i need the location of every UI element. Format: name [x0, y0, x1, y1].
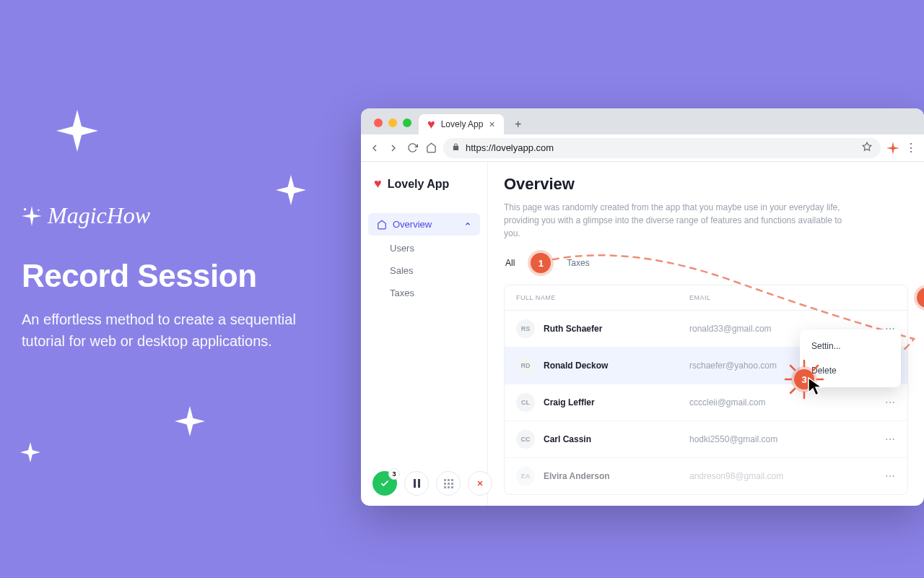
close-window-button[interactable] [374, 118, 383, 127]
avatar: EA [516, 467, 535, 486]
browser-toolbar: https://lovelyapp.com ⋮ [361, 134, 924, 162]
user-name: Craig Leffler [544, 397, 595, 407]
brand-logo: MagicHow [22, 202, 332, 229]
reload-button[interactable] [406, 142, 419, 155]
grid-button[interactable] [436, 471, 461, 496]
column-email: EMAIL [689, 294, 867, 301]
bookmark-star-icon[interactable] [862, 142, 872, 154]
sparkle-icon [22, 206, 42, 226]
tab-title: Lovely App [441, 119, 484, 129]
home-icon [377, 220, 387, 230]
user-name: Ronald Deckow [544, 361, 608, 371]
column-full-name: FULL NAME [516, 294, 689, 301]
lock-icon [452, 143, 460, 153]
browser-tab-strip: ♥ Lovely App × + [361, 108, 924, 134]
user-name: Elvira Anderson [544, 471, 610, 481]
avatar: RS [516, 319, 535, 338]
address-bar[interactable]: https://lovelyapp.com [443, 138, 881, 158]
user-name: Ruth Schaefer [544, 324, 602, 334]
close-tab-button[interactable]: × [489, 118, 494, 130]
cancel-button[interactable] [468, 471, 492, 496]
page-description: This page was randomly created from the … [504, 201, 843, 240]
brand-name: MagicHow [48, 202, 150, 229]
extension-icon[interactable] [886, 142, 899, 155]
sparkle-icon [175, 406, 205, 436]
sidebar-item-users[interactable]: Users [368, 237, 480, 259]
browser-tab[interactable]: ♥ Lovely App × [419, 114, 504, 134]
sidebar-item-overview[interactable]: Overview [368, 213, 480, 236]
svg-point-1 [38, 209, 39, 210]
svg-line-7 [790, 366, 795, 370]
pause-button[interactable] [404, 471, 429, 496]
tab-taxes[interactable]: Taxes [565, 255, 590, 271]
svg-point-0 [24, 207, 27, 210]
main-panel: Overview This page was randomly created … [488, 162, 924, 506]
avatar: CC [516, 430, 535, 449]
user-email: hodki2550@gmail.com [689, 434, 867, 444]
promo-description: An effortless method to create a sequent… [22, 309, 332, 352]
sidebar-label: Users [390, 243, 414, 254]
page-title: Overview [504, 175, 908, 194]
pause-icon [414, 479, 420, 488]
sidebar-item-taxes[interactable]: Taxes [368, 282, 480, 304]
user-name: Carl Cassin [544, 434, 591, 444]
new-tab-button[interactable]: + [510, 116, 527, 133]
svg-line-9 [790, 389, 795, 393]
filter-tabs: All 1 Taxes [504, 253, 908, 273]
sidebar-label: Overview [393, 219, 432, 230]
sidebar-label: Taxes [390, 288, 414, 298]
maximize-window-button[interactable] [403, 118, 411, 127]
chevron-up-icon [464, 220, 471, 229]
home-button[interactable] [424, 142, 437, 155]
table-row[interactable]: EA Elvira Anderson andreson98@gmail.com … [505, 458, 907, 494]
heart-icon: ♥ [427, 117, 435, 132]
back-button[interactable] [368, 142, 381, 155]
app-logo: ♥ Lovely App [368, 173, 480, 194]
avatar: RD [516, 356, 535, 375]
table-row[interactable]: CL Craig Leffler ccccleii@gmail.com ⋯ [505, 384, 907, 421]
window-controls [368, 118, 419, 134]
promo-panel: MagicHow Record Session An effortless me… [22, 202, 332, 352]
sparkle-icon [276, 175, 306, 205]
svg-marker-2 [863, 142, 871, 150]
row-actions-button[interactable]: ⋯ [867, 397, 896, 408]
close-icon [476, 479, 484, 488]
browser-menu-button[interactable]: ⋮ [905, 141, 917, 155]
sidebar-label: Sales [390, 265, 414, 276]
sidebar-item-sales[interactable]: Sales [368, 259, 480, 282]
table-header: FULL NAME EMAIL [505, 285, 907, 311]
avatar: CL [516, 393, 535, 412]
user-email: ccccleii@gmail.com [689, 397, 867, 407]
row-actions-button[interactable]: ⋯ [867, 434, 896, 445]
forward-button[interactable] [387, 142, 400, 155]
tab-all[interactable]: All [504, 255, 516, 271]
promo-title: Record Session [22, 258, 332, 294]
heart-icon: ♥ [374, 176, 382, 191]
cursor-icon [807, 376, 824, 397]
sparkle-icon [56, 110, 98, 152]
record-confirm-button[interactable]: 3 [372, 471, 397, 496]
minimize-window-button[interactable] [388, 118, 397, 127]
user-email: andreson98@gmail.com [689, 471, 867, 481]
grid-icon [444, 479, 453, 488]
svg-line-10 [814, 366, 818, 370]
recorder-controls: 3 [372, 471, 492, 496]
url-text: https://lovelyapp.com [466, 142, 554, 153]
table-row[interactable]: CC Carl Cassin hodki2550@gmail.com ⋯ [505, 421, 907, 458]
app-name: Lovely App [388, 178, 450, 191]
row-actions-button[interactable]: ⋯ [867, 470, 896, 482]
step-3-marker: 3 [794, 369, 814, 389]
sidebar: ♥ Lovely App Overview Users Sales Taxes [361, 162, 488, 506]
context-menu-settings[interactable]: Settin... [800, 334, 901, 358]
app-content: ♥ Lovely App Overview Users Sales Taxes … [361, 162, 924, 506]
users-table: FULL NAME EMAIL RS Ruth Schaefer ronald3… [504, 285, 908, 495]
step-badge-1: 1 [531, 253, 551, 273]
check-icon [380, 478, 390, 488]
sparkle-icon [20, 442, 40, 462]
browser-window: ♥ Lovely App × + https://lovelyapp.com [361, 108, 924, 506]
step-count-badge: 3 [388, 468, 400, 480]
